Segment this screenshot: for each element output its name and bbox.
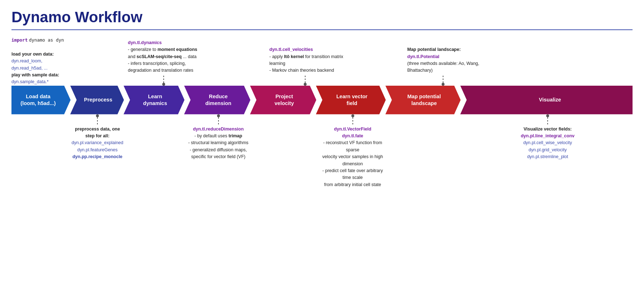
step-learn-vector-field: Learn vector field: [316, 86, 386, 114]
page-title: Dynamo Workflow: [11, 9, 633, 26]
preprocess-bottom-annotation: preprocess data, one step for all: dyn.p…: [71, 126, 124, 161]
step-map-potential: Map potential landscape: [385, 86, 461, 114]
reduce-dim-bottom-annotation: dyn.tl.reduceDimension - by default uses…: [188, 126, 248, 161]
workflow-container: import dynamo as dyn load your own data:…: [11, 37, 633, 188]
step-visualize: Visualize: [460, 86, 633, 114]
import-annotation: import dynamo as dyn load your own data:…: [11, 37, 68, 86]
step-learn-dynamics: Learn dynamics: [124, 86, 184, 114]
step-reduce-dimension: Reduce dimension: [184, 86, 250, 114]
step-preprocess: Preprocess: [70, 86, 124, 114]
cell-velocities-annotation: dyn.tl.cell_velocities - apply Itô kerne…: [266, 46, 345, 74]
vector-field-bottom-annotation: dyn.tl.VectorField dyn.tl.fate - reconst…: [318, 126, 388, 188]
dynamics-annotation: dyn.tl.dynamics - generalize to moment e…: [124, 39, 203, 74]
step-load-data: Load data (loom, h5ad...): [11, 86, 71, 114]
title-divider: [11, 29, 633, 30]
visualize-bottom-annotation: Visualize vector fields: dyn.pl.line_int…: [521, 126, 575, 161]
potential-annotation: Map potential landscape: dyn.tl.Potentia…: [404, 46, 482, 74]
step-project-velocity: Project velocity: [250, 86, 316, 114]
pipeline-container: Load data (loom, h5ad...) Preprocess Lea…: [11, 86, 633, 114]
